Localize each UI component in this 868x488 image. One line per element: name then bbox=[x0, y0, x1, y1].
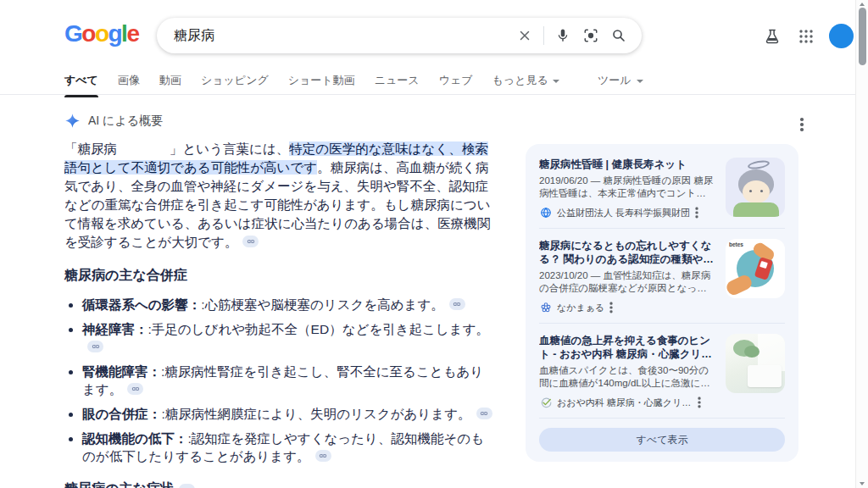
mic-icon[interactable] bbox=[554, 26, 572, 45]
citation-link-icon[interactable] bbox=[127, 383, 143, 395]
ai-overview-menu-icon[interactable] bbox=[800, 118, 804, 131]
intro-text: 「糖尿病 」という言葉には、 bbox=[64, 141, 289, 156]
citation-link-icon[interactable] bbox=[315, 450, 331, 462]
list-item: 神経障害：:手足のしびれや勃起不全（ED）などを引き起こします。 bbox=[82, 320, 495, 356]
section-title-complications: 糖尿病の主な合併症 bbox=[64, 267, 495, 285]
result-thumbnail[interactable] bbox=[726, 158, 785, 217]
chevron-down-icon bbox=[637, 80, 643, 83]
list-item: 眼の合併症：:糖尿病性網膜症により、失明のリスクがあります。 bbox=[82, 405, 495, 423]
result-title[interactable]: 糖尿病性昏睡 | 健康長寿ネット bbox=[539, 158, 715, 171]
ai-overview-paragraph: 「糖尿病 」という言葉には、特定の医学的な意味はなく、検索語句として不適切である… bbox=[64, 140, 495, 252]
result-menu-icon[interactable] bbox=[695, 208, 698, 219]
check-favicon bbox=[539, 396, 552, 409]
search-icon[interactable] bbox=[609, 26, 628, 45]
counter-art bbox=[748, 365, 782, 387]
logo-letter: o bbox=[81, 20, 95, 47]
result-thumbnail[interactable]: betes bbox=[726, 239, 785, 298]
plant-art bbox=[744, 346, 760, 358]
result-snippet: 2019/06/20 — 糖尿病性昏睡の原因 糖尿病性昏睡は、本来正常値内でコン… bbox=[539, 175, 715, 200]
result-thumbnail[interactable] bbox=[726, 334, 785, 393]
header-right-actions bbox=[761, 24, 854, 48]
source-name[interactable]: なかまぁる bbox=[557, 302, 604, 314]
list-item: 腎機能障害：:糖尿病性腎症を引き起こし、腎不全に至ることもあります。 bbox=[82, 363, 495, 398]
search-input[interactable]: 糖尿病 bbox=[174, 27, 506, 45]
result-menu-icon[interactable] bbox=[698, 397, 700, 408]
citation-link-icon[interactable] bbox=[87, 341, 103, 352]
ai-overview-label: AI による概要 bbox=[88, 114, 163, 129]
result-source-row: おおや内科 糖尿病・心臓クリニック bbox=[539, 396, 715, 409]
tools-button[interactable]: ツール bbox=[598, 73, 643, 88]
result-title[interactable]: 糖尿病になるともの忘れしやすくなる？ 関わりのある認知症の種類や対策 ... bbox=[539, 239, 715, 266]
section-title-symptoms: 糖尿病の主な症状 bbox=[64, 480, 495, 488]
result-snippet: 血糖値スパイクとは、食後30〜90分の間に血糖値が140mg/dL以上に急激に上… bbox=[539, 364, 715, 390]
source-card: 糖尿病性昏睡 | 健康長寿ネット 2019/06/20 — 糖尿病性昏睡の原因 … bbox=[539, 147, 785, 229]
source-name[interactable]: おおや内科 糖尿病・心臓クリニック bbox=[557, 396, 693, 409]
citation-link-icon[interactable] bbox=[242, 236, 259, 247]
search-bar-divider bbox=[543, 26, 544, 45]
logo-letter: e bbox=[126, 20, 138, 47]
citation-link-icon[interactable] bbox=[179, 484, 195, 488]
clear-icon[interactable] bbox=[515, 26, 534, 45]
scroll-up-arrow[interactable] bbox=[860, 3, 865, 6]
header-divider bbox=[0, 94, 855, 95]
complications-list: 循環器系への影響：:心筋梗塞や脳梗塞のリスクを高めます。 神経障害：:手足のしび… bbox=[64, 296, 495, 465]
account-avatar[interactable] bbox=[829, 24, 854, 48]
cartoon-body-art bbox=[733, 202, 779, 217]
citation-link-icon[interactable] bbox=[449, 298, 465, 310]
cartoon-face-art bbox=[743, 180, 770, 203]
ai-overview-header: AI による概要 bbox=[64, 113, 495, 129]
result-menu-icon[interactable] bbox=[610, 302, 613, 313]
logo-letter: g bbox=[108, 20, 122, 47]
list-item: 循環器系への影響：:心筋梗塞や脳梗塞のリスクを高めます。 bbox=[82, 296, 495, 313]
page-scrollbar[interactable] bbox=[855, 0, 868, 488]
ai-sparkle-icon bbox=[64, 113, 81, 129]
logo-letter: G bbox=[64, 20, 81, 47]
logo-letter: o bbox=[95, 20, 108, 47]
search-bar[interactable]: 糖尿病 bbox=[157, 18, 642, 53]
sources-panel: 糖尿病性昏睡 | 健康長寿ネット 2019/06/20 — 糖尿病性昏睡の原因 … bbox=[526, 144, 798, 462]
list-item: 認知機能の低下：:認知症を発症しやすくなったり、認知機能そのものが低下したりする… bbox=[82, 430, 495, 465]
apps-grid-icon[interactable] bbox=[795, 25, 817, 47]
result-snippet: 2023/10/20 — 血管性認知症は、糖尿病の合併症の脳梗塞などが原因となっ… bbox=[539, 269, 715, 295]
source-card: 糖尿病になるともの忘れしやすくなる？ 関わりのある認知症の種類や対策 ... 2… bbox=[539, 229, 785, 324]
citation-link-icon[interactable] bbox=[476, 408, 492, 419]
source-card: 血糖値の急上昇を抑える食事のヒント - おおや内科 糖尿病・心臓クリニック 血糖… bbox=[539, 324, 785, 419]
result-title[interactable]: 血糖値の急上昇を抑える食事のヒント - おおや内科 糖尿病・心臓クリニック bbox=[539, 334, 715, 361]
source-name[interactable]: 公益財団法人 長寿科学振興財団 bbox=[557, 207, 690, 219]
show-all-button[interactable]: すべて表示 bbox=[539, 428, 785, 452]
flower-favicon bbox=[539, 302, 552, 314]
dizzy-swirl-art bbox=[747, 159, 770, 170]
google-logo[interactable]: Google bbox=[64, 20, 138, 47]
ai-overview: AI による概要 「糖尿病 」という言葉には、特定の医学的な意味はなく、検索語句… bbox=[64, 113, 495, 488]
result-source-row: 公益財団法人 長寿科学振興財団 bbox=[539, 206, 715, 219]
thumbnail-text: betes bbox=[729, 241, 743, 247]
chevron-down-icon bbox=[553, 80, 559, 83]
camera-lens-icon[interactable] bbox=[581, 26, 600, 45]
labs-flask-icon[interactable] bbox=[761, 25, 783, 47]
scroll-down-arrow[interactable] bbox=[860, 482, 865, 485]
scrollbar-thumb[interactable] bbox=[859, 8, 866, 65]
globe-favicon bbox=[539, 207, 552, 219]
result-source-row: なかまぁる bbox=[539, 301, 715, 314]
